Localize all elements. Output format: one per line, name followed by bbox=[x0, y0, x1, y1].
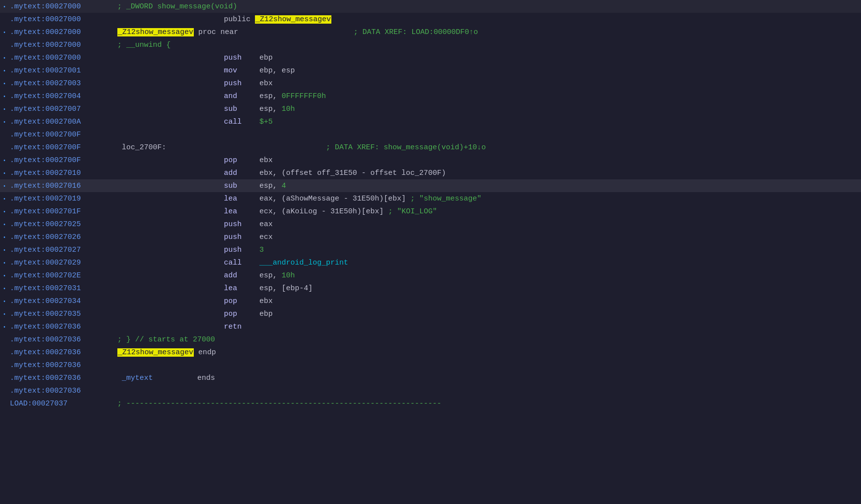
code-text: and esp, 0FFFFFFF0h bbox=[117, 92, 861, 101]
comment-text: ; "KOI_LOG" bbox=[384, 207, 437, 216]
breakpoint-dot[interactable]: • bbox=[0, 285, 9, 292]
code-plain: ends bbox=[153, 374, 215, 382]
mnemonic: push bbox=[224, 233, 242, 241]
table-row: •.mytext:00027031 lea esp, [ebp-4] bbox=[0, 282, 861, 295]
code-plain: proc bbox=[194, 28, 220, 36]
code-plain: ebp, esp bbox=[237, 67, 295, 75]
code-text: push ecx bbox=[117, 233, 861, 241]
breakpoint-dot[interactable]: • bbox=[0, 106, 9, 112]
breakpoint-dot[interactable]: • bbox=[0, 3, 9, 10]
breakpoint-dot[interactable] bbox=[0, 362, 9, 369]
breakpoint-dot[interactable] bbox=[0, 349, 9, 356]
code-plain: eax, (aShowMessage - 31E50h)[ebx] bbox=[237, 195, 406, 203]
address-label: .mytext:00027000 bbox=[9, 54, 117, 62]
address-label: .mytext:00027036 bbox=[9, 348, 117, 357]
code-text: sub esp, 10h bbox=[117, 105, 861, 113]
table-row: •.mytext:0002702E add esp, 10h bbox=[0, 269, 861, 282]
breakpoint-dot[interactable]: • bbox=[0, 29, 9, 35]
breakpoint-dot[interactable] bbox=[0, 388, 9, 394]
address-label: .mytext:00027036 bbox=[9, 323, 117, 331]
code-text: ; _DWORD show_message(void) bbox=[117, 2, 861, 11]
table-row: •.mytext:00027016 sub esp, 4 bbox=[0, 179, 861, 192]
code-text: pop ebp bbox=[117, 310, 861, 318]
address-label: .mytext:0002701F bbox=[9, 207, 117, 216]
code-text: public _Z12show_messagev bbox=[117, 15, 861, 24]
breakpoint-dot[interactable]: • bbox=[0, 298, 9, 304]
breakpoint-dot[interactable]: • bbox=[0, 170, 9, 176]
address-label: .mytext:0002700F bbox=[9, 156, 117, 165]
breakpoint-dot[interactable]: • bbox=[0, 208, 9, 215]
breakpoint-dot[interactable]: • bbox=[0, 157, 9, 164]
table-row: •.mytext:00027000; _DWORD show_message(v… bbox=[0, 0, 861, 13]
table-row: •.mytext:00027034 pop ebx bbox=[0, 295, 861, 307]
code-text: push eax bbox=[117, 220, 861, 229]
breakpoint-dot[interactable]: • bbox=[0, 221, 9, 228]
mnemonic: pop bbox=[224, 297, 237, 305]
address-label: .mytext:00027027 bbox=[9, 246, 117, 254]
code-plain bbox=[117, 79, 224, 88]
code-plain: esp, [ebp-4] bbox=[237, 284, 313, 293]
table-row: .mytext:00027036 bbox=[0, 384, 861, 397]
breakpoint-dot[interactable]: • bbox=[0, 55, 9, 61]
address-label: .mytext:00027036 bbox=[9, 374, 117, 382]
mnemonic: push bbox=[224, 220, 242, 229]
mnemonic: lea bbox=[224, 207, 237, 216]
address-label: .mytext:00027019 bbox=[9, 195, 117, 203]
address-label: .mytext:00027016 bbox=[9, 182, 117, 190]
breakpoint-dot[interactable] bbox=[0, 144, 9, 151]
table-row: •.mytext:00027025 push eax bbox=[0, 218, 861, 231]
function-ref: ___android_log_print bbox=[259, 259, 348, 267]
address-label: .mytext:0002700F bbox=[9, 131, 117, 139]
comment-text: ; DATA XREF: show_message(void)+10↓o bbox=[326, 143, 486, 152]
mnemonic: sub bbox=[224, 105, 237, 113]
code-plain bbox=[117, 195, 224, 203]
breakpoint-dot[interactable] bbox=[0, 401, 9, 407]
numeric-value: 4 bbox=[282, 182, 286, 190]
address-label: .mytext:0002700A bbox=[9, 118, 117, 126]
comment-text: ; DATA XREF: LOAD:00000DF0↑o bbox=[354, 28, 478, 36]
code-plain bbox=[117, 259, 224, 267]
address-label: .mytext:0002700F bbox=[9, 143, 117, 152]
code-plain bbox=[166, 143, 326, 152]
code-plain bbox=[117, 118, 224, 126]
breakpoint-dot[interactable] bbox=[0, 42, 9, 48]
breakpoint-dot[interactable] bbox=[0, 375, 9, 381]
breakpoint-dot[interactable]: • bbox=[0, 67, 9, 74]
breakpoint-dot[interactable]: • bbox=[0, 260, 9, 266]
mnemonic: add bbox=[224, 271, 237, 280]
numeric-value: 0FFFFFFF0h bbox=[282, 92, 326, 101]
breakpoint-dot[interactable]: • bbox=[0, 196, 9, 202]
table-row: •.mytext:00027001 mov ebp, esp bbox=[0, 64, 861, 77]
numeric-value: 3 bbox=[259, 246, 264, 254]
breakpoint-dot[interactable]: • bbox=[0, 247, 9, 253]
breakpoint-dot[interactable]: • bbox=[0, 119, 9, 125]
code-plain bbox=[117, 169, 224, 177]
breakpoint-dot[interactable]: • bbox=[0, 272, 9, 279]
code-text: retn bbox=[117, 323, 861, 331]
address-label: .mytext:00027031 bbox=[9, 284, 117, 293]
mnemonic: push bbox=[224, 54, 242, 62]
code-text: sub esp, 4 bbox=[117, 182, 861, 190]
address-label: .mytext:00027007 bbox=[9, 105, 117, 113]
breakpoint-dot[interactable]: • bbox=[0, 234, 9, 240]
breakpoint-dot[interactable]: • bbox=[0, 80, 9, 87]
code-plain bbox=[117, 92, 224, 101]
code-plain bbox=[117, 233, 224, 241]
code-plain bbox=[117, 182, 224, 190]
breakpoint-dot[interactable] bbox=[0, 132, 9, 138]
highlighted-symbol: _Z12show_messagev bbox=[117, 348, 194, 357]
breakpoint-dot[interactable]: • bbox=[0, 183, 9, 189]
table-row: •.mytext:00027027 push 3 bbox=[0, 243, 861, 256]
numeric-value: $+5 bbox=[259, 118, 273, 126]
code-text: _Z12show_messagev endp bbox=[117, 348, 861, 357]
code-text: push 3 bbox=[117, 246, 861, 254]
code-plain bbox=[117, 15, 224, 24]
breakpoint-dot[interactable]: • bbox=[0, 311, 9, 317]
breakpoint-dot[interactable]: • bbox=[0, 93, 9, 100]
breakpoint-dot[interactable]: • bbox=[0, 324, 9, 330]
table-row: •.mytext:00027007 sub esp, 10h bbox=[0, 102, 861, 115]
breakpoint-dot[interactable] bbox=[0, 336, 9, 343]
highlighted-symbol: _Z12show_messagev bbox=[117, 28, 194, 36]
breakpoint-dot[interactable] bbox=[0, 16, 9, 23]
code-text: ; --------------------------------------… bbox=[117, 400, 861, 408]
